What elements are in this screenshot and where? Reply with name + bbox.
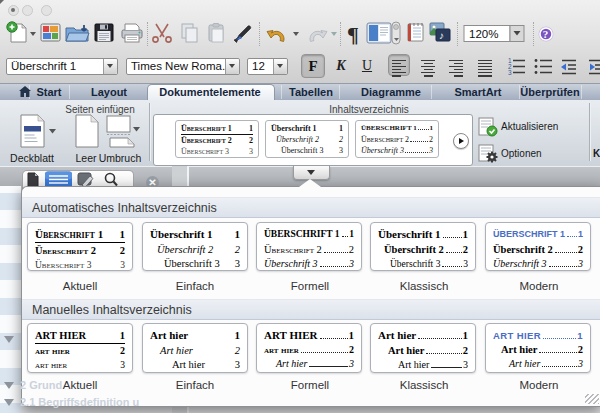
svg-text:120%: 120% [469,28,498,40]
svg-text:¶: ¶ [347,22,359,47]
svg-text:?: ? [543,28,549,40]
svg-text:3: 3 [508,69,512,76]
svg-text:♪: ♪ [439,30,444,41]
